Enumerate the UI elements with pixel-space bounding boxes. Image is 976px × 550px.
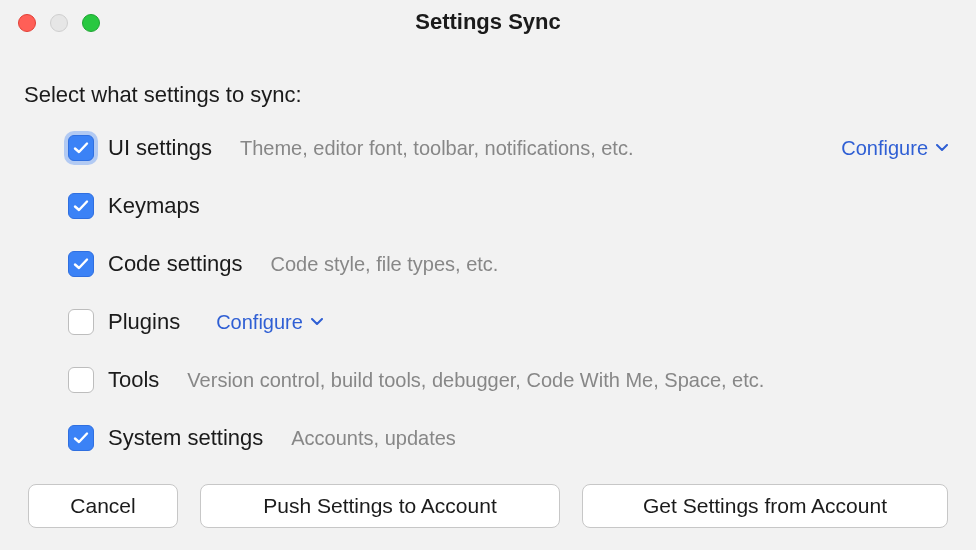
option-ui-settings: UI settings Theme, editor font, toolbar,… [68,134,948,162]
checkbox-system-settings[interactable] [68,425,94,451]
chevron-down-icon [311,318,323,326]
option-tools: Tools Version control, build tools, debu… [68,366,948,394]
sync-options-list: UI settings Theme, editor font, toolbar,… [24,134,948,452]
option-code-settings: Code settings Code style, file types, et… [68,250,948,278]
content: Select what settings to sync: UI setting… [0,44,976,466]
option-desc: Version control, build tools, debugger, … [187,366,764,394]
close-icon[interactable] [18,14,36,32]
maximize-icon[interactable] [82,14,100,32]
push-settings-button[interactable]: Push Settings to Account [200,484,560,528]
sync-prompt: Select what settings to sync: [24,82,948,108]
chevron-down-icon [936,144,948,152]
configure-label: Configure [216,308,303,336]
option-plugins: Plugins Configure [68,308,948,336]
option-label: Code settings [108,250,243,278]
traffic-lights [18,14,100,32]
configure-ui-settings-link[interactable]: Configure [841,134,948,162]
configure-plugins-link[interactable]: Configure [216,308,323,336]
checkbox-plugins[interactable] [68,309,94,335]
checkbox-keymaps[interactable] [68,193,94,219]
titlebar: Settings Sync [0,0,976,44]
settings-sync-window: Settings Sync Select what settings to sy… [0,0,976,550]
option-desc: Code style, file types, etc. [271,250,499,278]
cancel-button[interactable]: Cancel [28,484,178,528]
check-icon [73,430,89,446]
option-label: UI settings [108,134,212,162]
option-label: Plugins [108,308,180,336]
option-desc: Accounts, updates [291,424,456,452]
check-icon [73,256,89,272]
check-icon [73,140,89,156]
option-label: Tools [108,366,159,394]
get-settings-button[interactable]: Get Settings from Account [582,484,948,528]
configure-label: Configure [841,134,928,162]
option-keymaps: Keymaps [68,192,948,220]
check-icon [73,198,89,214]
checkbox-tools[interactable] [68,367,94,393]
option-label: Keymaps [108,192,200,220]
option-label: System settings [108,424,263,452]
checkbox-code-settings[interactable] [68,251,94,277]
window-title: Settings Sync [18,9,958,35]
checkbox-ui-settings[interactable] [68,135,94,161]
minimize-icon[interactable] [50,14,68,32]
option-system-settings: System settings Accounts, updates [68,424,948,452]
option-desc: Theme, editor font, toolbar, notificatio… [240,134,634,162]
button-bar: Cancel Push Settings to Account Get Sett… [0,466,976,550]
